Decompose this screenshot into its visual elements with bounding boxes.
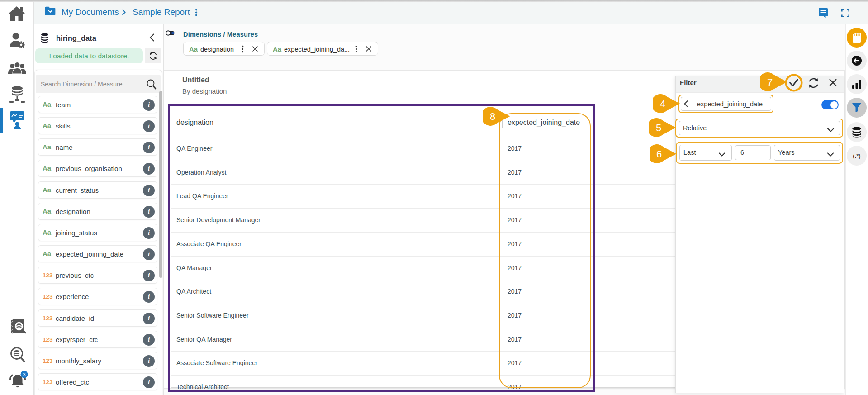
svg-text:6: 6	[656, 148, 662, 160]
svg-text:5: 5	[656, 122, 661, 133]
svg-text:7: 7	[767, 76, 773, 88]
svg-text:4: 4	[660, 98, 665, 109]
svg-text:8: 8	[490, 111, 495, 122]
svg-text:3: 3	[23, 372, 25, 377]
